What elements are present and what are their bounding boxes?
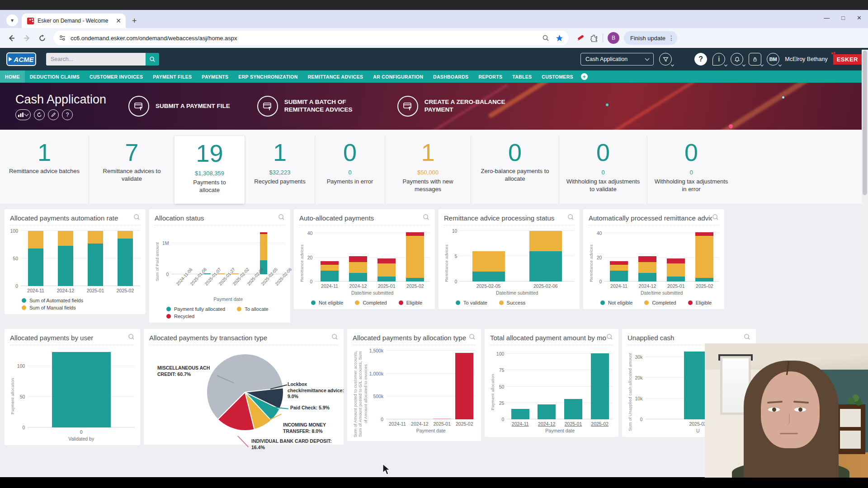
back-icon[interactable] (5, 31, 18, 45)
bar-segment[interactable] (511, 409, 529, 419)
bar-segment[interactable] (58, 246, 73, 286)
bar-2025-02[interactable] (695, 232, 713, 282)
legend-item[interactable]: Eligible (399, 300, 422, 305)
nav-item-customers[interactable]: CUSTOMERS (537, 70, 578, 83)
legend-item[interactable]: Sum of Automated fields (22, 298, 83, 303)
bar-segment[interactable] (52, 352, 111, 427)
lock-shield-icon[interactable] (749, 53, 761, 66)
bar-2024-12[interactable] (349, 256, 367, 282)
edit-pencil-icon[interactable] (48, 109, 59, 120)
bar-0[interactable] (52, 352, 111, 427)
site-settings-icon[interactable] (59, 34, 66, 42)
bar-segment[interactable] (455, 353, 473, 419)
kpi-tile[interactable]: 0Zero-balance payments to allocate (471, 136, 559, 204)
forward-icon[interactable] (20, 31, 33, 45)
bar-2024-12[interactable] (538, 404, 556, 419)
help-circle-icon[interactable]: ? (62, 109, 73, 120)
bar-2024-12[interactable] (58, 231, 73, 286)
nav-item-remittance-advices[interactable]: REMITTANCE ADVICES (303, 70, 368, 83)
bar-2025-02[interactable] (455, 353, 473, 419)
bar-2024-12[interactable] (638, 256, 656, 282)
chart-zoom-icon[interactable] (744, 333, 750, 342)
nav-item-tables[interactable]: TABLES (507, 70, 537, 83)
bar-2025-02-06[interactable] (529, 231, 562, 282)
zoom-page-icon[interactable] (542, 34, 549, 42)
bar-segment[interactable] (695, 236, 713, 278)
nav-item-deduction-claims[interactable]: DEDUCTION CLAIMS (25, 70, 85, 83)
tab-close-icon[interactable]: ✕ (116, 17, 121, 24)
x-tick-label[interactable]: 2025-01 (562, 421, 584, 427)
tab-search-chevron-icon[interactable]: ▾ (6, 14, 18, 26)
legend-item[interactable]: Completed (644, 300, 676, 305)
bar-segment[interactable] (28, 231, 43, 249)
bar-2025-01[interactable] (667, 258, 685, 282)
legend-item[interactable]: Success (499, 300, 526, 305)
search-input[interactable] (46, 53, 146, 66)
chart-zoom-icon[interactable] (128, 333, 135, 342)
bar-segment[interactable] (406, 278, 424, 282)
filter-funnel-icon[interactable] (659, 53, 672, 66)
legend-item[interactable]: Recycled (166, 314, 194, 319)
bell-icon[interactable] (731, 53, 743, 66)
reload-icon[interactable] (35, 31, 49, 45)
bar-2024-11[interactable] (28, 231, 43, 286)
chart-zoom-icon[interactable] (133, 214, 140, 222)
legend-item[interactable]: Not eligible (311, 300, 343, 305)
bar-segment[interactable] (349, 273, 367, 282)
bar-segment[interactable] (321, 261, 339, 265)
legend-item[interactable]: Not eligible (600, 300, 632, 305)
bar-segment[interactable] (321, 265, 339, 271)
bar-segment[interactable] (638, 273, 656, 282)
bar-segment[interactable] (28, 249, 43, 286)
bar-segment[interactable] (667, 258, 685, 263)
maximize-icon[interactable]: □ (841, 14, 845, 21)
user-avatar[interactable]: BM (767, 53, 779, 66)
bar-segment[interactable] (667, 277, 685, 282)
bar-segment[interactable] (538, 404, 556, 419)
nav-item-dashboards[interactable]: DASHBOARDS (428, 70, 473, 83)
application-selector[interactable]: Cash Application (580, 53, 654, 66)
bar-segment[interactable] (88, 231, 103, 244)
nav-item-ar-configuration[interactable]: AR CONFIGURATION (368, 70, 428, 83)
kpi-tile[interactable]: 7Remittance advices to validate (89, 136, 175, 204)
bookmark-star-icon[interactable] (556, 34, 563, 42)
nav-item-reports[interactable]: REPORTS (473, 70, 507, 83)
bar-2025-01[interactable] (564, 399, 582, 419)
bar-segment[interactable] (377, 258, 396, 263)
kpi-tile[interactable]: 1Remittance advice batches (0, 136, 89, 204)
bar-segment[interactable] (529, 251, 562, 282)
bar-2025-01[interactable] (377, 258, 396, 282)
minimize-icon[interactable]: — (824, 14, 830, 21)
close-window-icon[interactable]: ✕ (857, 14, 862, 21)
address-bar[interactable]: cc6.ondemand.esker.com/ondemand/webacces… (53, 31, 569, 45)
kpi-tile[interactable]: 1$50,000Payments with new messages (385, 136, 471, 204)
chart-view-selector[interactable] (15, 109, 31, 120)
bar-2025-01[interactable] (88, 231, 103, 286)
extensions-puzzle-icon[interactable] (590, 34, 598, 42)
bar-2025-02[interactable] (591, 353, 609, 419)
kpi-tile[interactable]: 1$32,223Recycled payments (245, 136, 315, 204)
legend-item[interactable]: Sum of Manual fields (22, 305, 76, 310)
nav-item-payments[interactable]: PAYMENTS (197, 70, 233, 83)
bar-segment[interactable] (472, 251, 505, 272)
bar-segment[interactable] (377, 263, 396, 277)
x-tick-label[interactable]: 2024-11 (509, 421, 531, 427)
hero-action-button[interactable]: CREATE A ZERO-BALANCE PAYMENT (397, 96, 510, 117)
legend-item[interactable]: Payment fully allocated (166, 306, 225, 312)
bar-segment[interactable] (610, 265, 628, 271)
nav-item-erp-synchronization[interactable]: ERP SYNCHRONIZATION (233, 70, 302, 83)
nav-item-payment-files[interactable]: PAYMENT FILES (148, 70, 197, 83)
bar-segment[interactable] (321, 271, 339, 282)
kpi-tile[interactable]: 00Withholding tax adjustments to validat… (559, 136, 647, 204)
acme-logo[interactable]: ACME (6, 52, 36, 66)
finish-update-button[interactable]: Finish update ⋮ (624, 31, 677, 45)
bar-segment[interactable] (695, 232, 713, 236)
bar-segment[interactable] (610, 271, 628, 282)
bar-2024-11[interactable] (321, 261, 339, 282)
bar-segment[interactable] (406, 236, 424, 278)
search-button[interactable] (146, 53, 159, 66)
bar-segment[interactable] (260, 234, 267, 260)
chart-zoom-icon[interactable] (567, 214, 574, 222)
bar-segment[interactable] (377, 277, 396, 282)
chart-zoom-icon[interactable] (606, 333, 613, 342)
